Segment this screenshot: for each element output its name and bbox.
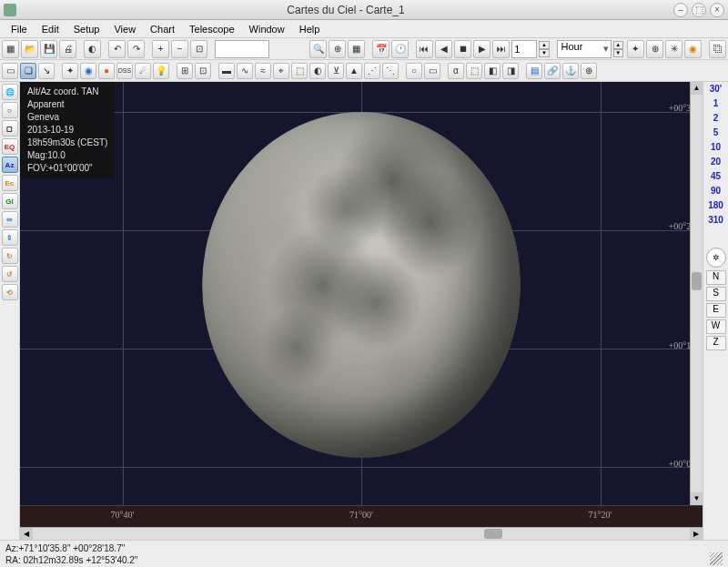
- nebulae-button[interactable]: ◉: [80, 63, 96, 79]
- time-step-spinner[interactable]: ▲▼: [539, 41, 549, 57]
- cascade-windows-button[interactable]: ⿻: [709, 40, 726, 58]
- square-icon[interactable]: ◻: [2, 120, 18, 137]
- menu-help[interactable]: Help: [292, 22, 328, 36]
- dir-z-button[interactable]: Z: [706, 336, 726, 350]
- time-step-input[interactable]: [511, 40, 537, 58]
- fov-10-button[interactable]: 10: [705, 142, 727, 157]
- time-button[interactable]: 🕐: [391, 40, 409, 58]
- horizon-button[interactable]: ▬: [218, 63, 235, 79]
- vertical-scrollbar[interactable]: ▲ ▼: [690, 82, 703, 505]
- scroll-right-arrow[interactable]: ▶: [690, 528, 703, 540]
- gradient-button[interactable]: ◧: [484, 63, 500, 79]
- close-button[interactable]: ×: [710, 3, 724, 17]
- rotate-reset-button[interactable]: ⟲: [2, 284, 18, 300]
- flip-h-button[interactable]: ⇔: [2, 211, 18, 228]
- circle-icon[interactable]: ○: [2, 102, 18, 118]
- time-back-button[interactable]: ◀: [435, 40, 452, 58]
- scroll-up-arrow[interactable]: ▲: [691, 82, 703, 95]
- const-lines-button[interactable]: ⌖: [273, 63, 289, 79]
- grid-lines-button[interactable]: ▦: [348, 40, 365, 58]
- fov-2-button[interactable]: 2: [705, 113, 727, 127]
- horizontal-scrollbar[interactable]: ◀ ▶: [20, 527, 703, 540]
- lines-button[interactable]: ☄: [135, 63, 151, 79]
- dir-n-button[interactable]: N: [706, 270, 726, 285]
- time-play-button[interactable]: ▶: [473, 40, 490, 58]
- sky-chart[interactable]: +00°30' +00°20' +00°10' +00°00' Alt/Az c…: [20, 82, 703, 505]
- telescope-target-button[interactable]: ⊕: [646, 40, 663, 58]
- print-button[interactable]: 🖨: [59, 40, 76, 58]
- label-button[interactable]: ❏: [20, 63, 36, 79]
- menu-view[interactable]: View: [106, 22, 143, 36]
- fov-5-button[interactable]: 5: [705, 127, 727, 142]
- fov-310-button[interactable]: 310: [705, 215, 727, 229]
- redo-button[interactable]: ↷: [127, 40, 145, 58]
- find-button[interactable]: 🔍: [309, 40, 327, 58]
- coord-gl-button[interactable]: Gl: [2, 193, 18, 209]
- calendar-button[interactable]: 📅: [372, 40, 389, 58]
- dir-s-button[interactable]: S: [706, 287, 726, 301]
- menu-chart[interactable]: Chart: [143, 22, 182, 36]
- time-first-button[interactable]: ⏮: [416, 40, 433, 58]
- coord-eq-button[interactable]: EQ: [2, 138, 18, 155]
- globe-icon[interactable]: 🌐: [2, 84, 18, 100]
- scroll-thumb[interactable]: [484, 529, 502, 539]
- resize-grip[interactable]: [710, 552, 723, 565]
- coord-ec-button[interactable]: Ec: [2, 175, 18, 191]
- search-input[interactable]: [215, 40, 269, 58]
- zoom-fit-button[interactable]: ⊡: [190, 40, 207, 58]
- fov-30m-button[interactable]: 30': [705, 84, 727, 98]
- menu-setup[interactable]: Setup: [66, 22, 107, 36]
- compass-button[interactable]: ▲: [346, 63, 362, 79]
- link-button[interactable]: 🔗: [544, 63, 561, 79]
- fov-90-button[interactable]: 90: [705, 186, 727, 200]
- slash2-button[interactable]: ⋱: [382, 63, 399, 79]
- time-unit-spinner[interactable]: ▲▼: [613, 41, 623, 57]
- menu-edit[interactable]: Edit: [35, 22, 66, 36]
- fov-20-button[interactable]: 20: [705, 157, 727, 171]
- fov-45-button[interactable]: 45: [705, 171, 727, 186]
- milkyway-button[interactable]: ◐: [309, 63, 326, 79]
- zoom-in-button[interactable]: +: [152, 40, 169, 58]
- galactic-button[interactable]: ≈: [255, 63, 271, 79]
- minimize-button[interactable]: –: [673, 3, 688, 17]
- dir-e-button[interactable]: E: [706, 303, 726, 318]
- scale-button[interactable]: ⊻: [328, 63, 344, 79]
- zoom-out-button[interactable]: −: [171, 40, 188, 58]
- contrast-button[interactable]: ◨: [502, 63, 519, 79]
- fov-1-button[interactable]: 1: [705, 98, 727, 113]
- az-grid-button[interactable]: ⊡: [195, 63, 211, 79]
- telescope-connect-button[interactable]: ◉: [684, 40, 702, 58]
- maximize-button[interactable]: ⬚: [692, 3, 706, 17]
- time-stop-button[interactable]: ⏹: [454, 40, 471, 58]
- rotate-ccw-button[interactable]: ↺: [2, 266, 18, 282]
- time-last-button[interactable]: ⏭: [492, 40, 510, 58]
- scroll-thumb[interactable]: [692, 272, 702, 290]
- telescope-sync-button[interactable]: ✦: [627, 40, 644, 58]
- planets-button[interactable]: ●: [98, 63, 115, 79]
- menu-window[interactable]: Window: [242, 22, 292, 36]
- scroll-down-arrow[interactable]: ▼: [691, 492, 703, 505]
- open-button[interactable]: 📂: [21, 40, 38, 58]
- save-button[interactable]: 💾: [40, 40, 57, 58]
- menu-telescope[interactable]: Telescope: [182, 22, 242, 36]
- undo-button[interactable]: ↶: [108, 40, 126, 58]
- new-chart-button[interactable]: ▦: [2, 40, 19, 58]
- center-button[interactable]: ⊕: [329, 40, 346, 58]
- eq-grid-button[interactable]: ⊞: [177, 63, 193, 79]
- bulb-button[interactable]: 💡: [153, 63, 169, 79]
- catalog-button[interactable]: ▤: [526, 63, 542, 79]
- fov-180-button[interactable]: 180: [705, 200, 727, 215]
- ecliptic-button[interactable]: ∿: [237, 63, 253, 79]
- coord-az-button[interactable]: Az: [2, 157, 18, 173]
- scroll-left-arrow[interactable]: ◀: [20, 528, 33, 540]
- night-vision-button[interactable]: ◐: [84, 40, 101, 58]
- ccd-button[interactable]: ▭: [424, 63, 440, 79]
- time-unit-select[interactable]: Hour: [557, 40, 612, 58]
- const-bounds-button[interactable]: ⬚: [291, 63, 308, 79]
- telescope-abort-button[interactable]: ✳: [665, 40, 682, 58]
- stars-button[interactable]: ✦: [62, 63, 78, 79]
- dss-button[interactable]: DSS: [116, 63, 133, 79]
- eyepiece-button[interactable]: ○: [406, 63, 422, 79]
- moon-object[interactable]: [202, 112, 521, 458]
- labels-button[interactable]: ⬚: [466, 63, 482, 79]
